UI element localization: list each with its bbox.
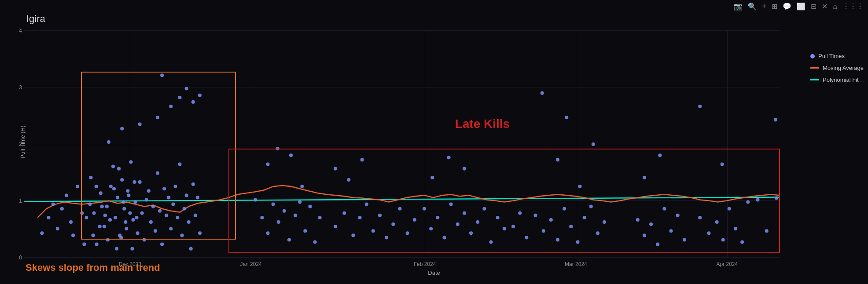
svg-point-155 bbox=[365, 203, 368, 206]
svg-point-103 bbox=[276, 147, 280, 150]
svg-point-135 bbox=[565, 116, 568, 119]
svg-point-25 bbox=[120, 178, 124, 182]
svg-point-48 bbox=[171, 203, 175, 206]
svg-point-66 bbox=[105, 205, 109, 208]
legend-dot-pull-times bbox=[810, 54, 815, 58]
svg-point-120 bbox=[447, 156, 451, 159]
svg-point-56 bbox=[189, 247, 193, 251]
svg-point-70 bbox=[117, 167, 121, 171]
svg-point-130 bbox=[589, 205, 593, 208]
legend-label-moving-avg: Moving Average bbox=[823, 65, 864, 71]
polynomial-fit-line bbox=[24, 197, 780, 201]
svg-point-46 bbox=[167, 196, 170, 199]
svg-point-168 bbox=[525, 236, 528, 239]
svg-point-109 bbox=[442, 236, 446, 239]
svg-point-151 bbox=[334, 225, 337, 228]
menu-icon[interactable]: ⋮⋮⋮ bbox=[842, 2, 864, 11]
svg-point-55 bbox=[187, 220, 191, 224]
svg-point-129 bbox=[583, 216, 586, 219]
svg-point-179 bbox=[775, 196, 778, 200]
skews-slope-label: Skews slope from main trend bbox=[26, 262, 160, 273]
svg-point-32 bbox=[136, 231, 140, 235]
svg-point-158 bbox=[385, 236, 388, 239]
svg-point-19 bbox=[106, 238, 110, 241]
add-icon[interactable]: + bbox=[762, 2, 767, 11]
svg-point-5 bbox=[60, 207, 64, 211]
legend-label-poly-fit: Polynomial Fit bbox=[823, 76, 859, 83]
svg-point-28 bbox=[127, 193, 130, 197]
svg-point-171 bbox=[649, 222, 653, 226]
svg-point-43 bbox=[160, 243, 164, 246]
svg-point-58 bbox=[194, 214, 197, 217]
grid-icon[interactable]: ⊞ bbox=[772, 2, 777, 11]
svg-point-139 bbox=[707, 231, 710, 235]
svg-point-174 bbox=[669, 229, 673, 233]
svg-point-108 bbox=[436, 216, 439, 219]
svg-point-22 bbox=[114, 216, 117, 219]
svg-point-68 bbox=[112, 187, 116, 190]
svg-point-63 bbox=[95, 243, 99, 246]
svg-point-83 bbox=[160, 73, 164, 77]
svg-point-99 bbox=[308, 205, 312, 208]
svg-point-85 bbox=[178, 96, 181, 99]
zoom-icon[interactable]: 🔍 bbox=[748, 2, 757, 11]
y-tick-2: 2 bbox=[19, 141, 22, 147]
legend: Pull Times Moving Average Polynomial Fit bbox=[810, 53, 864, 83]
svg-point-21 bbox=[111, 165, 115, 168]
svg-point-150 bbox=[774, 118, 777, 121]
comment-icon[interactable]: 💬 bbox=[783, 2, 791, 11]
late-kills-label: Late Kills bbox=[455, 117, 510, 131]
home-icon[interactable]: ⌂ bbox=[833, 3, 837, 11]
svg-point-78 bbox=[135, 216, 138, 219]
svg-point-52 bbox=[180, 233, 184, 237]
svg-point-164 bbox=[347, 178, 350, 182]
svg-point-36 bbox=[145, 198, 148, 201]
svg-point-145 bbox=[746, 200, 750, 204]
collapse-icon[interactable]: ⊟ bbox=[811, 2, 817, 11]
svg-point-102 bbox=[266, 162, 269, 166]
svg-point-50 bbox=[176, 216, 179, 219]
svg-point-91 bbox=[266, 231, 269, 235]
svg-point-167 bbox=[518, 211, 522, 215]
svg-point-144 bbox=[740, 240, 744, 244]
expand-icon[interactable]: ⬜ bbox=[797, 2, 805, 11]
close-icon[interactable]: ✕ bbox=[822, 2, 828, 11]
svg-point-115 bbox=[482, 207, 486, 211]
svg-point-44 bbox=[162, 187, 166, 190]
svg-point-137 bbox=[592, 142, 595, 146]
svg-point-57 bbox=[191, 182, 195, 186]
svg-point-7 bbox=[69, 220, 73, 224]
svg-point-49 bbox=[173, 185, 177, 188]
svg-point-3 bbox=[51, 203, 55, 206]
svg-point-31 bbox=[133, 200, 137, 204]
svg-point-59 bbox=[196, 196, 199, 199]
svg-point-73 bbox=[124, 220, 127, 224]
y-tick-0: 0 bbox=[19, 255, 22, 261]
svg-point-141 bbox=[721, 238, 725, 241]
svg-point-110 bbox=[449, 203, 453, 206]
svg-point-26 bbox=[122, 207, 126, 211]
legend-label-pull-times: Pull Times bbox=[818, 53, 845, 59]
svg-point-9 bbox=[76, 185, 79, 188]
svg-point-160 bbox=[398, 207, 401, 211]
svg-point-23 bbox=[116, 196, 119, 199]
svg-point-76 bbox=[130, 247, 134, 251]
svg-point-165 bbox=[360, 158, 364, 161]
svg-point-148 bbox=[756, 198, 759, 201]
svg-point-38 bbox=[149, 220, 153, 224]
svg-point-8 bbox=[71, 233, 75, 237]
svg-point-90 bbox=[260, 216, 264, 219]
svg-point-113 bbox=[469, 231, 473, 235]
svg-point-41 bbox=[156, 171, 159, 175]
svg-point-152 bbox=[342, 211, 346, 215]
camera-icon[interactable]: 📷 bbox=[734, 2, 743, 11]
svg-point-97 bbox=[298, 200, 302, 204]
svg-point-72 bbox=[121, 200, 125, 204]
svg-point-98 bbox=[303, 229, 307, 233]
svg-point-146 bbox=[698, 105, 702, 108]
svg-point-126 bbox=[563, 207, 566, 211]
svg-point-77 bbox=[132, 180, 136, 184]
svg-point-117 bbox=[496, 216, 500, 219]
x-tick-jan: Jan 2024 bbox=[240, 261, 261, 267]
svg-point-125 bbox=[556, 238, 559, 241]
